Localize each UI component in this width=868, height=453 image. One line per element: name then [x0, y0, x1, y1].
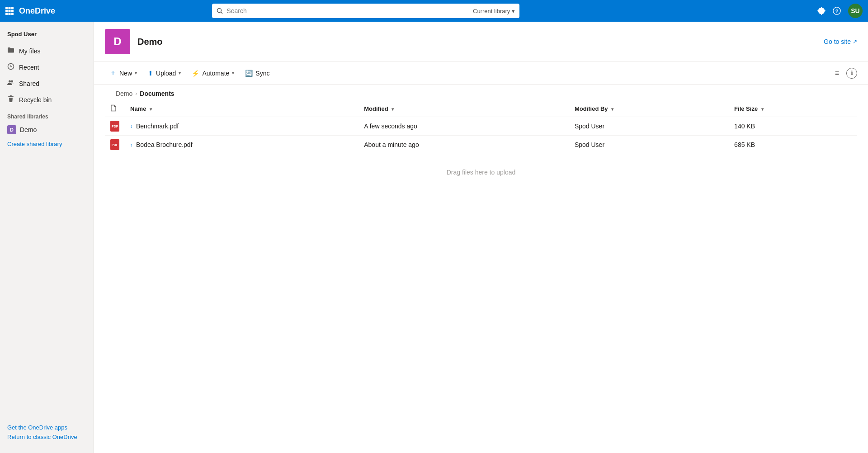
recycle-bin-label: Recycle bin — [19, 96, 52, 104]
sidebar: Spod User My files Recent — [0, 22, 94, 453]
external-link-icon: ↗ — [853, 38, 857, 45]
shared-label: Shared — [19, 80, 39, 87]
demo-library-label: Demo — [20, 126, 37, 133]
svg-rect-2 — [11, 7, 14, 9]
table-row[interactable]: ↕ Bodea Brochure.pdf About a minute ago … — [105, 136, 857, 154]
automate-button[interactable]: ⚡ Automate ▾ — [187, 67, 239, 80]
svg-rect-4 — [9, 10, 11, 12]
svg-rect-3 — [5, 10, 8, 12]
user-avatar[interactable]: SU — [848, 4, 863, 18]
sync-status-icon: ↕ — [130, 124, 132, 129]
svg-point-14 — [9, 80, 11, 83]
main-layout: Spod User My files Recent — [0, 22, 868, 453]
list-view-button[interactable]: ≡ — [831, 67, 843, 79]
table-row[interactable]: ↕ Benchmark.pdf A few seconds ago Spod U… — [105, 117, 857, 136]
my-files-icon — [7, 47, 14, 56]
sidebar-item-recycle-bin[interactable]: Recycle bin — [0, 92, 94, 108]
search-icon — [217, 8, 223, 14]
file-list-container: Demo › Documents Name — [94, 85, 868, 453]
col-header-file-size[interactable]: File Size ▾ — [729, 101, 857, 117]
toolbar: ＋ New ▾ ⬆ Upload ▾ ⚡ Automate ▾ 🔄 Sync ≡… — [94, 62, 868, 85]
toolbar-right: ≡ ℹ — [831, 67, 857, 79]
drag-drop-zone[interactable]: Drag files here to upload — [105, 154, 857, 190]
info-button[interactable]: ℹ — [846, 68, 857, 79]
svg-rect-8 — [11, 13, 14, 15]
shared-libraries-header: Shared libraries — [0, 108, 94, 122]
sidebar-user-name: Spod User — [0, 27, 94, 43]
svg-point-9 — [217, 9, 222, 13]
file-modified-by: Spod User — [569, 136, 729, 154]
top-navigation: OneDrive Current library ▾ ? SU — [0, 0, 868, 22]
sync-icon: 🔄 — [245, 70, 253, 77]
upload-button[interactable]: ⬆ Upload ▾ — [143, 67, 185, 80]
breadcrumb-separator: › — [135, 90, 137, 97]
recycle-bin-icon — [7, 95, 14, 104]
new-icon: ＋ — [109, 68, 117, 78]
svg-rect-0 — [5, 7, 8, 9]
svg-line-10 — [221, 12, 223, 14]
sync-button[interactable]: 🔄 Sync — [241, 67, 274, 80]
breadcrumb-current: Documents — [140, 90, 174, 97]
file-modified: A few seconds ago — [359, 117, 569, 136]
go-to-site-link[interactable]: Go to site ↗ — [824, 38, 857, 45]
breadcrumb: Demo › Documents — [105, 85, 857, 101]
file-table: Name ▾ Modified ▾ Modified By ▾ File S — [105, 101, 857, 154]
svg-point-15 — [11, 80, 13, 83]
col-header-name[interactable]: Name ▾ — [125, 101, 359, 117]
sidebar-item-my-files[interactable]: My files — [0, 43, 94, 59]
file-size: 140 KB — [729, 117, 857, 136]
modified-by-sort-icon: ▾ — [611, 107, 613, 112]
sidebar-item-recent[interactable]: Recent — [0, 59, 94, 76]
topnav-right-actions: ? SU — [817, 4, 863, 18]
sync-status-icon: ↕ — [130, 142, 132, 147]
search-scope-selector[interactable]: Current library ▾ — [469, 8, 515, 14]
waffle-menu-icon[interactable] — [5, 7, 14, 15]
my-files-label: My files — [19, 47, 40, 55]
get-onedrive-apps-link[interactable]: Get the OneDrive apps — [7, 424, 86, 431]
new-button[interactable]: ＋ New ▾ — [105, 66, 142, 80]
settings-icon[interactable] — [817, 7, 826, 15]
col-header-modified[interactable]: Modified ▾ — [359, 101, 569, 117]
help-icon[interactable]: ? — [833, 7, 841, 15]
automate-chevron-icon: ▾ — [232, 71, 234, 76]
file-modified: About a minute ago — [359, 136, 569, 154]
return-to-classic-link[interactable]: Return to classic OneDrive — [7, 434, 86, 440]
shared-icon — [7, 79, 14, 88]
main-content: D Demo Go to site ↗ ＋ New ▾ ⬆ Upload ▾ ⚡… — [94, 22, 868, 453]
svg-rect-5 — [11, 10, 14, 12]
demo-library-icon: D — [7, 125, 16, 134]
upload-icon: ⬆ — [148, 70, 153, 77]
file-size: 685 KB — [729, 136, 857, 154]
svg-rect-1 — [9, 7, 11, 9]
col-header-file-icon — [105, 101, 125, 117]
modified-sort-icon: ▾ — [392, 107, 394, 112]
svg-rect-7 — [9, 13, 11, 15]
file-name-cell[interactable]: ↕ Bodea Brochure.pdf — [125, 136, 359, 154]
svg-rect-6 — [5, 13, 8, 15]
sidebar-bottom-links: Get the OneDrive apps Return to classic … — [0, 417, 94, 448]
recent-icon — [7, 63, 14, 72]
pdf-icon — [110, 139, 119, 150]
file-type-icon-cell — [105, 117, 125, 136]
name-sort-icon: ▾ — [150, 107, 152, 112]
col-header-modified-by[interactable]: Modified By ▾ — [569, 101, 729, 117]
breadcrumb-parent[interactable]: Demo — [116, 90, 132, 97]
file-modified-by: Spod User — [569, 117, 729, 136]
automate-icon: ⚡ — [192, 70, 199, 77]
recent-label: Recent — [19, 64, 39, 71]
file-name: Bodea Brochure.pdf — [136, 141, 193, 148]
library-header: D Demo Go to site ↗ — [94, 22, 868, 62]
search-input[interactable] — [226, 7, 465, 14]
file-name-cell[interactable]: ↕ Benchmark.pdf — [125, 117, 359, 136]
library-title: Demo — [137, 37, 163, 47]
library-logo: D — [105, 29, 130, 54]
create-shared-library-link[interactable]: Create shared library — [0, 138, 94, 150]
file-size-sort-icon: ▾ — [761, 107, 764, 112]
search-bar[interactable]: Current library ▾ — [212, 4, 519, 18]
new-chevron-icon: ▾ — [135, 71, 137, 76]
sidebar-item-shared[interactable]: Shared — [0, 76, 94, 92]
pdf-icon — [110, 121, 119, 132]
upload-chevron-icon: ▾ — [179, 71, 181, 76]
file-name: Benchmark.pdf — [136, 123, 179, 130]
sidebar-item-demo[interactable]: D Demo — [0, 122, 94, 138]
